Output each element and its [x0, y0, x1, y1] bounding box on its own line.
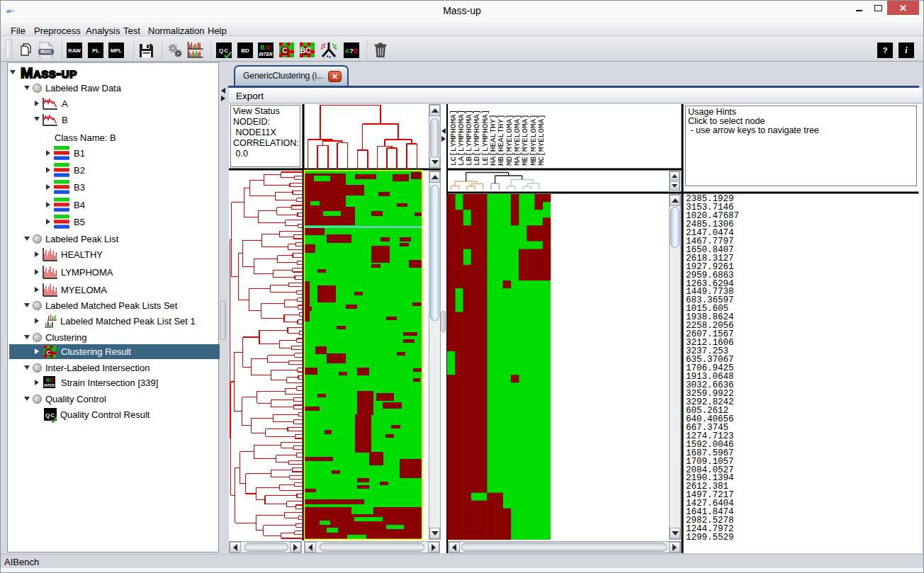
svg-text:LC[LYMPHOMA]: LC[LYMPHOMA] [449, 110, 458, 166]
svg-text:MC[MYELOMA]: MC[MYELOMA] [537, 114, 546, 166]
svg-text:LA[LYMPHOMA]: LA[LYMPHOMA] [457, 110, 466, 166]
svg-text:MA[MYELOMA]: MA[MYELOMA] [513, 114, 522, 166]
svg-text:HA[HEALTHY]: HA[HEALTHY] [489, 114, 497, 166]
svg-text:ME[MYELOMA]: ME[MYELOMA] [521, 114, 529, 166]
svg-text:MB[MYELOMA]: MB[MYELOMA] [529, 114, 538, 166]
svg-text:HB[HEALTHY]: HB[HEALTHY] [497, 114, 505, 166]
svg-text:LD[LYMPHOMA]: LD[LYMPHOMA] [473, 110, 481, 166]
svg-text:LB[LYMPHOMA]: LB[LYMPHOMA] [465, 110, 473, 166]
svg-text:MD[MYELOMA]: MD[MYELOMA] [505, 114, 514, 166]
svg-text:LE[LYMPHOMA]: LE[LYMPHOMA] [481, 110, 490, 166]
